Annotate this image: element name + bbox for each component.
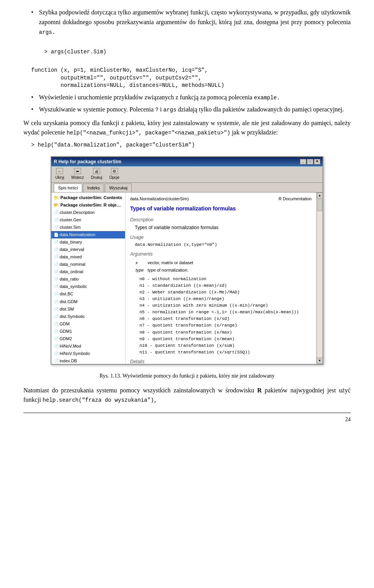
help-package-para: W celu uzyskania pomocy dla funkcji z pa… — [23, 118, 351, 138]
sidebar-item-dist-gdm[interactable]: 📄 dist.GDM — [51, 298, 125, 305]
sidebar-item-data-normalization[interactable]: 📄 data.Normalization — [51, 231, 125, 238]
doc-icon-10: 📄 — [54, 277, 58, 281]
doc-icon-21: 📄 — [54, 359, 58, 363]
args-code: args. — [39, 29, 55, 35]
help-cmd-block: > help("data.Normalization", package="cl… — [31, 141, 351, 149]
arg-x-desc: vector, matrix or dataset — [148, 260, 193, 266]
hide-label: Ukryj — [55, 175, 64, 181]
rhelp-title-text: R Help for package clusterSim — [54, 158, 121, 166]
scrollbar-down-button[interactable]: ▼ — [317, 358, 323, 364]
sidebar-item-data-interval[interactable]: 📄 data_interval — [51, 246, 125, 253]
intro-bullet-list: Szybka podpowiedź dotycząca tylko argume… — [31, 8, 351, 37]
sidebar-item-robjects[interactable]: 📂 Package clusterSim: R objects — [51, 201, 125, 209]
doc-icon-16: 📄 — [54, 322, 58, 326]
doc-icon-14: 📄 — [54, 307, 58, 311]
doc-icon-12: 📄 — [54, 292, 58, 296]
toolbar-print-button[interactable]: 🖨 Drukuj — [90, 168, 104, 181]
sidebar-item-data-ordinal[interactable]: 📄 data_ordinal — [51, 268, 125, 275]
sidebar-item-cluster-desc[interactable]: 📄 cluster.Description — [51, 209, 125, 216]
args-example-block: > args(cluster.Sim) — [31, 41, 351, 64]
arg-x-row: x vector, matrix or dataset — [136, 260, 193, 266]
sidebar-item-data-binary[interactable]: 📄 data_binary — [51, 238, 125, 246]
sidebar-item-data-nominal[interactable]: 📄 data_nominal — [51, 261, 125, 268]
hide-icon: ← — [56, 168, 63, 174]
rhelp-titlebar-buttons: _ □ ✕ — [300, 159, 320, 164]
print-icon: 🖨 — [93, 168, 100, 174]
rhelp-doc-title: Types of variable normalization formulas — [130, 205, 312, 213]
function-signature: function (x, p=1, minClusterNo, maxClust… — [31, 67, 351, 90]
norm-n3: n3 - unitization ((x-mean)/range) — [139, 296, 312, 302]
tab-indeks[interactable]: Indeks — [83, 184, 104, 192]
options-label: Opcje — [109, 175, 119, 181]
close-button[interactable]: ✕ — [314, 159, 320, 164]
sidebar-item-hinov-symbolic[interactable]: 📄 HiNoV.Symbolic — [51, 350, 125, 357]
toolbar-back-button[interactable]: ⬅ Wstecz — [70, 168, 86, 181]
rhelp-main-content: data.Normalization(clusterSim) R Documen… — [125, 192, 316, 364]
sidebar-item-gdm2[interactable]: 📄 GDM2 — [51, 335, 125, 343]
content-header-right: R Documentation — [279, 196, 312, 202]
args-cmd-prefix: > args(cluster. — [44, 49, 94, 55]
rhelp-toolbar: ← Ukryj ⬅ Wstecz 🖨 Drukuj ⚙ Opcje — [51, 166, 323, 183]
bullet-search-text: Wyszukiwanie w systemie pomocy. Poleceni… — [39, 106, 344, 113]
bullet-item-example: Wyświetlenie i uruchomienie przykładów z… — [31, 93, 351, 102]
example-code: example. — [254, 95, 280, 101]
sidebar-item-dist-bc[interactable]: 📄 dist.BC — [51, 290, 125, 298]
norm-n6: n6 - quotient transformation (x/sd) — [139, 316, 312, 322]
tab-spis-tresci[interactable]: Spis treści — [54, 184, 82, 192]
toolbar-options-button[interactable]: ⚙ Opcje — [108, 168, 121, 181]
rhelp-body: 📁 Package clusterSim: Contents 📂 Package… — [51, 192, 323, 364]
scrollbar-track — [317, 199, 323, 357]
sidebar-item-data-ratio[interactable]: 📄 data_ratio — [51, 275, 125, 283]
doc-icon-20: 📄 — [54, 351, 58, 356]
sidebar-item-index-db[interactable]: 📄 index.DB — [51, 357, 125, 364]
r-bold-text: R — [257, 387, 262, 394]
doc-icon-8: 📄 — [54, 262, 58, 267]
sidebar-item-gdm[interactable]: 📄 GDM — [51, 320, 125, 328]
bullet-text-args: Szybka podpowiedź dotycząca tylko argume… — [39, 9, 351, 35]
norm-n11: n11 - quotient transformation (x/sqrt(SS… — [139, 349, 312, 356]
norm-n2: n2 - Weber standardization ((x-Me)/MAD) — [139, 289, 312, 296]
tab-wyszukaj[interactable]: Wyszukaj — [105, 184, 132, 192]
norm-n10: n10 - quotient transformation (x/sum) — [139, 343, 312, 349]
sidebar-item-cluster-sim[interactable]: 📄 cluster.Sim — [51, 224, 125, 231]
help-search-code: help.search("fraza do wyszukania"), — [42, 397, 157, 403]
sidebar-item-dist-sm[interactable]: 📄 dist.SM — [51, 305, 125, 313]
norm-n5: n5 - normalization in range <-1,1> ((x-m… — [139, 309, 312, 316]
scrollbar-thumb[interactable] — [318, 200, 322, 211]
sidebar-item-data-mixed[interactable]: 📄 data_mixed — [51, 253, 125, 261]
doc-icon-18: 📄 — [54, 337, 58, 341]
page-number: 24 — [23, 413, 351, 424]
doc-icon-6: 📄 — [54, 247, 58, 252]
norm-options-list: n0 - without normalization n1 - standard… — [139, 276, 312, 356]
rhelp-scrollbar: ▲ ▼ — [316, 192, 323, 364]
sidebar-item-gdm1[interactable]: 📄 GDM1 — [51, 328, 125, 335]
toolbar-hide-button[interactable]: ← Ukryj — [54, 168, 66, 181]
norm-n1: n1 - standardization ((x-mean)/sd) — [139, 283, 312, 289]
final-paragraph: Natomiast do przeszukania systemu pomocy… — [23, 386, 351, 405]
folder-icon-robjects: 📂 — [54, 203, 59, 207]
back-label: Wstecz — [71, 175, 84, 181]
print-label: Drukuj — [91, 175, 102, 181]
doc-icon-7: 📄 — [54, 255, 58, 259]
arguments-table: x vector, matrix or dataset type type of… — [135, 259, 194, 274]
minimize-button[interactable]: _ — [300, 159, 306, 164]
question-code: ? — [155, 107, 158, 113]
rhelp-content-wrapper: data.Normalization(clusterSim) R Documen… — [125, 192, 323, 364]
rhelp-sidebar: 📁 Package clusterSim: Contents 📂 Package… — [51, 192, 125, 364]
sidebar-item-hinov-mod[interactable]: 📄 HiNoV.Mod — [51, 343, 125, 350]
bullet-example-text: Wyświetlenie i uruchomienie przykładów z… — [39, 94, 280, 101]
maximize-button[interactable]: □ — [307, 159, 313, 164]
norm-n9: n9 - quotient transformation (x/mean) — [139, 336, 312, 343]
sidebar-item-dist-symbolic[interactable]: 📄 dist.Symbolic — [51, 313, 125, 320]
back-icon: ⬅ — [74, 168, 81, 174]
bullet-item-search: Wyszukiwanie w systemie pomocy. Poleceni… — [31, 105, 351, 115]
sidebar-item-contents[interactable]: 📁 Package clusterSim: Contents — [51, 194, 125, 201]
doc-icon-19: 📄 — [54, 344, 58, 348]
usage-label: Usage — [130, 234, 312, 241]
folder-icon-contents: 📁 — [54, 195, 59, 200]
doc-icon-4: 📄 — [54, 233, 58, 237]
scrollbar-up-button[interactable]: ▲ — [317, 192, 323, 199]
doc-icon-13: 📄 — [54, 300, 58, 304]
sidebar-item-data-symbolic[interactable]: 📄 data_symbolic — [51, 283, 125, 290]
sidebar-item-cluster-gen[interactable]: 📄 cluster.Gen — [51, 216, 125, 224]
